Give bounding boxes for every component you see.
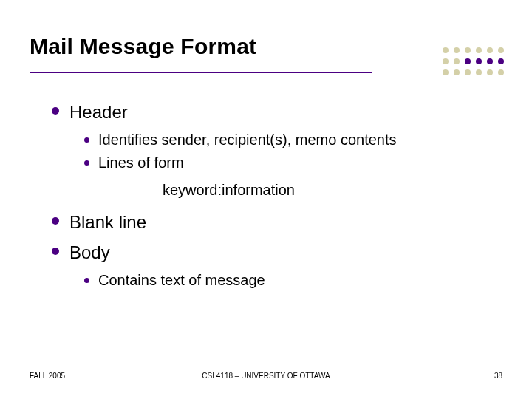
dot-icon (487, 69, 493, 75)
dot-icon (476, 47, 482, 53)
bullet-icon (52, 217, 59, 225)
list-item: Body (52, 241, 495, 265)
slide-content: Header Identifies sender, recipient(s), … (52, 100, 495, 298)
slide-title: Mail Message Format (30, 34, 502, 59)
dot-icon (498, 58, 504, 64)
list-item-label: Lines of form (98, 153, 184, 173)
sub-list: Contains text of message (84, 270, 495, 290)
list-item: Blank line (52, 211, 495, 234)
dot-icon (476, 58, 482, 64)
dot-icon (465, 58, 471, 64)
bullet-icon (52, 248, 59, 255)
dot-icon (443, 47, 449, 53)
dot-icon (454, 47, 460, 53)
list-item: Identifies sender, recipient(s), memo co… (84, 130, 495, 150)
dot-icon (443, 58, 449, 64)
sub-list: Identifies sender, recipient(s), memo co… (84, 130, 495, 173)
dot-icon (487, 47, 493, 53)
list-item-label: Contains text of message (98, 270, 265, 290)
list-item: Contains text of message (84, 270, 495, 290)
bullet-icon (52, 107, 59, 115)
dot-icon (454, 58, 460, 64)
dot-icon (498, 69, 504, 75)
dot-icon (465, 47, 471, 53)
dot-icon (454, 69, 460, 75)
slide-footer: FALL 2005 CSI 4118 – UNIVERSITY OF OTTAW… (30, 372, 502, 380)
list-item-label: Body (69, 241, 110, 265)
bullet-icon (84, 278, 89, 283)
list-item-label: Blank line (69, 211, 146, 234)
title-underline (30, 72, 372, 73)
list-item-label: Identifies sender, recipient(s), memo co… (98, 130, 397, 150)
dot-icon (443, 69, 449, 75)
footer-page-number: 38 (494, 372, 502, 380)
decorative-dots (443, 47, 504, 81)
dot-icon (487, 58, 493, 64)
keyword-info-line: keyword:information (163, 180, 495, 200)
list-item: Lines of form (84, 153, 495, 173)
bullet-icon (84, 160, 89, 166)
footer-center: CSI 4118 – UNIVERSITY OF OTTAWA (30, 372, 502, 380)
bullet-icon (84, 137, 89, 143)
list-item-label: Header (69, 100, 128, 124)
dot-icon (465, 69, 471, 75)
dot-icon (476, 69, 482, 75)
slide-title-wrap: Mail Message Format (30, 34, 502, 59)
list-item: Header (52, 100, 495, 124)
dot-icon (498, 47, 504, 53)
